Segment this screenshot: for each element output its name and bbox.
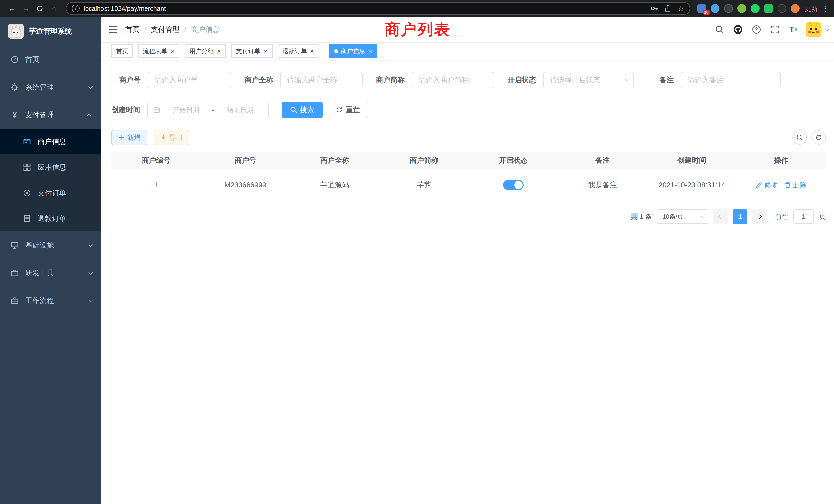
breadcrumb-payment[interactable]: 支付管理 [151, 25, 180, 35]
user-avatar[interactable] [806, 22, 828, 37]
breadcrumb-current: 商户信息 [191, 25, 220, 35]
sidebar-item-home[interactable]: 首页 [0, 46, 101, 73]
forward-icon[interactable]: → [19, 2, 33, 16]
sidebar-item-workflow[interactable]: 工作流程 [0, 287, 101, 315]
breadcrumb-home[interactable]: 首页 [125, 25, 140, 35]
reset-button[interactable]: 重置 [328, 101, 368, 118]
tab-pay-order[interactable]: 支付订单 × [231, 44, 272, 58]
extension-icon[interactable] [724, 4, 733, 13]
bookmark-star-icon[interactable]: ☆ [678, 4, 684, 13]
sidebar-item-label: 首页 [25, 55, 40, 64]
sidebar-item-system[interactable]: 系统管理 [0, 73, 101, 101]
end-date-placeholder[interactable]: 结束日期 [217, 106, 263, 114]
close-icon[interactable]: × [217, 48, 221, 54]
sidebar-item-pay-order[interactable]: 支付订单 [0, 180, 101, 206]
prev-page-button[interactable] [713, 209, 728, 224]
calendar-icon [153, 106, 160, 113]
close-icon[interactable]: × [263, 48, 268, 54]
github-icon[interactable] [732, 23, 744, 36]
cell-remark: 我是备注 [558, 180, 647, 190]
sidebar-item-label: 支付管理 [25, 110, 82, 120]
browser-menu-icon[interactable]: ⋮ [822, 4, 829, 13]
address-bar[interactable]: i localhost:1024/pay/merchant ☆ [66, 2, 690, 15]
tab-merchant-info[interactable]: 商户信息 × [329, 44, 377, 58]
start-date-placeholder[interactable]: 开始日期 [163, 106, 209, 114]
back-icon[interactable]: ← [5, 2, 19, 16]
next-page-button[interactable] [752, 209, 767, 224]
tab-refund-order[interactable]: 退款订单 × [278, 44, 319, 58]
page-number-button[interactable]: 1 [733, 209, 747, 224]
short-name-input[interactable] [412, 72, 494, 88]
field-label: 开启状态 [507, 75, 543, 85]
delete-link[interactable]: 删除 [785, 181, 806, 190]
logo-rabbit-icon [8, 24, 24, 39]
sidebar-item-merchant-info[interactable]: 商户信息 [0, 129, 101, 155]
refresh-table-button[interactable] [811, 130, 826, 145]
reload-icon[interactable] [33, 2, 47, 16]
close-icon[interactable]: × [170, 48, 175, 54]
app-logo[interactable]: 芋道管理系统 [0, 17, 101, 46]
extension-icon[interactable] [764, 4, 773, 13]
search-button[interactable]: 搜索 [282, 101, 323, 118]
extension-icon[interactable] [751, 4, 760, 13]
extension-icon[interactable]: 10 [697, 4, 706, 13]
fullscreen-icon[interactable] [769, 23, 781, 36]
sidebar-item-payment[interactable]: ¥ 支付管理 [0, 101, 101, 129]
profile-avatar-icon[interactable] [791, 4, 799, 13]
font-size-icon[interactable]: TT [787, 23, 799, 36]
sidebar-item-infra[interactable]: 基础设施 [0, 231, 101, 259]
grid-icon [23, 163, 31, 171]
goto-page-input[interactable] [793, 209, 814, 224]
total-rest: 1 条 [638, 213, 652, 221]
sidebar-item-app-info[interactable]: 应用信息 [0, 155, 101, 180]
chrome-update-button[interactable]: 更新 [805, 4, 817, 13]
sidebar-item-dev-tools[interactable]: 研发工具 [0, 259, 101, 287]
url-text[interactable]: localhost:1024/pay/merchant [84, 5, 166, 12]
chevron-up-icon [87, 113, 91, 118]
status-select[interactable]: 请选择开启状态 [543, 72, 634, 88]
help-icon[interactable]: ? [750, 23, 763, 36]
breadcrumb: 首页 / 支付管理 / 商户信息 [125, 25, 220, 35]
merchant-no-input[interactable] [148, 72, 231, 88]
extension-icon[interactable] [738, 4, 746, 13]
status-toggle[interactable] [503, 180, 524, 190]
breadcrumb-separator: / [184, 25, 186, 33]
close-icon[interactable]: × [368, 48, 373, 54]
column-header: 创建时间 [647, 156, 737, 165]
toggle-search-button[interactable] [792, 130, 807, 145]
chevron-down-icon [625, 77, 629, 82]
page-size-select[interactable]: 10条/页 [657, 209, 708, 224]
chevron-down-icon [88, 85, 93, 89]
filter-row-2: 创建时间 开始日期 - 结束日期 搜索 重置 [111, 101, 826, 118]
page-size-value: 10条/页 [662, 212, 701, 221]
column-header: 操作 [737, 156, 826, 165]
share-icon[interactable] [664, 5, 672, 12]
create-time-range-picker[interactable]: 开始日期 - 结束日期 [147, 101, 269, 118]
filter-merchant-no: 商户号 [119, 72, 231, 88]
full-name-input[interactable] [280, 72, 363, 88]
tab-process-form[interactable]: 流程表单 × [138, 44, 179, 58]
filter-full-name: 商户全称 [244, 72, 363, 88]
edit-link[interactable]: 修改 [756, 181, 777, 190]
sidebar-submenu-payment: 商户信息 应用信息 支付订单 退款订单 [0, 129, 101, 231]
field-label: 商户简称 [376, 75, 412, 85]
extension-icon[interactable] [711, 4, 720, 13]
remark-input[interactable] [681, 72, 781, 88]
tab-user-group[interactable]: 用户分组 × [184, 44, 226, 58]
column-header: 商户号 [201, 156, 290, 165]
tab-home[interactable]: 首页 [111, 44, 133, 58]
home-icon[interactable]: ⌂ [47, 2, 61, 16]
add-button[interactable]: 新增 [111, 130, 147, 145]
column-header: 商户编号 [111, 156, 201, 165]
chevron-down-icon [825, 27, 829, 31]
site-info-icon[interactable]: i [72, 5, 80, 12]
export-button[interactable]: 导出 [154, 130, 190, 145]
sidebar-fold-icon[interactable] [101, 26, 125, 33]
breadcrumb-separator: / [144, 25, 146, 33]
sidebar-item-refund-order[interactable]: 退款订单 [0, 206, 101, 231]
column-header: 商户简称 [379, 156, 468, 165]
extension-icon[interactable] [777, 4, 786, 13]
search-icon[interactable] [713, 23, 726, 36]
password-key-icon[interactable] [651, 5, 658, 12]
close-icon[interactable]: × [310, 48, 314, 54]
